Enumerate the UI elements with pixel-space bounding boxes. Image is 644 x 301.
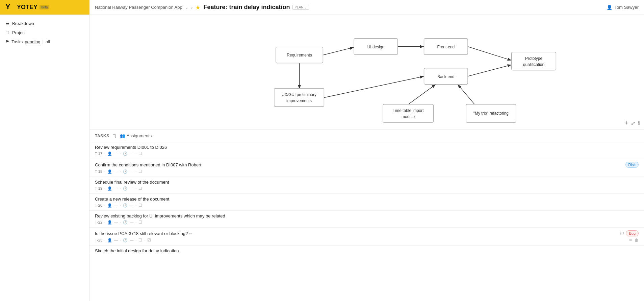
task-t20-id: T-20	[95, 203, 102, 207]
svg-text:Y: Y	[5, 2, 10, 11]
task-row-t19[interactable]: Schedule final review of the document T-…	[89, 177, 644, 194]
task-t23-edit-button[interactable]: ✏	[629, 238, 633, 242]
arrow-mytrip-backend	[458, 84, 474, 104]
task-t23-name: Is the issue PCA-3718 still relevant or …	[95, 231, 192, 236]
diagram-controls: + ⤢ ℹ	[624, 120, 640, 127]
tasks-sort-icon[interactable]: ⇅	[113, 133, 117, 138]
task-t17-checkbox-icon[interactable]: ☐	[138, 151, 142, 156]
info-button[interactable]: ℹ	[638, 120, 640, 126]
task-t20-clock-icon: 🕐	[123, 203, 128, 208]
task-t23-tag-icon: 🏷	[620, 231, 624, 236]
sidebar-item-project[interactable]: ☐ Project	[0, 28, 89, 37]
task-t23-clock-icon: 🕐	[123, 238, 128, 242]
task-t17-clock-icon: 🕐	[123, 152, 128, 156]
task-t18-name: Confirm the conditions mentioned in DI00…	[95, 162, 201, 167]
sidebar: ☰ Breakdown ☐ Project ⚑ Tasks pending | …	[0, 15, 89, 301]
tasks-pending-link[interactable]: pending	[25, 39, 40, 44]
task-t19-name: Schedule final review of the document	[95, 180, 169, 185]
user-name: Tom Sawyer	[614, 5, 639, 10]
node-ux-label2: improvements	[286, 98, 312, 103]
task-t18-clock-icon: 🕐	[123, 169, 128, 174]
project-icon: ☐	[5, 30, 9, 35]
task-t18-assignee-icon: 👤	[107, 169, 112, 174]
tasks-section: TASKS ⇅ 👥 Assignments Review requirement…	[89, 130, 644, 301]
diagram-area: Requirements UX/GUI preliminary improvem…	[89, 15, 644, 130]
task-t20-name: Create a new release of the document	[95, 196, 169, 202]
arrow-frontend-prototype	[468, 47, 512, 61]
task-row-t24[interactable]: Sketch the initial design for delay indi…	[89, 246, 644, 254]
node-prototype-label1: Prototype	[525, 56, 543, 61]
task-row-t17[interactable]: Review requirements DI001 to DI026 T-17 …	[89, 142, 644, 159]
sidebar-item-breakdown[interactable]: ☰ Breakdown	[0, 19, 89, 28]
tasks-section-title: TASKS	[95, 134, 109, 138]
user-icon: 👤	[607, 5, 612, 10]
task-t22-checkbox-icon[interactable]: ☐	[138, 220, 142, 225]
plan-label: PLAN	[294, 5, 303, 9]
feature-title: Feature: train delay indication	[203, 4, 290, 11]
task-t18-id: T-18	[95, 169, 102, 173]
task-row-t20[interactable]: Create a new release of the document T-2…	[89, 194, 644, 211]
app-header: Y YOTEY beta National Railway Passenger …	[0, 0, 644, 15]
tasks-divider: |	[43, 39, 44, 44]
task-t23-checkbox-icon[interactable]: ☐	[138, 238, 142, 242]
task-t20-assignee-icon: 👤	[107, 203, 112, 208]
node-backend-label: Back-end	[437, 74, 455, 79]
node-frontend-label: Front-end	[437, 45, 455, 49]
plan-chevron-icon: ⌄	[304, 5, 307, 9]
content-area: Requirements UX/GUI preliminary improvem…	[89, 15, 644, 301]
beta-badge: beta	[40, 5, 49, 9]
sidebar-project-label: Project	[12, 30, 26, 35]
node-timetable-label1: Time table import	[393, 108, 424, 113]
node-uidesign-label: UI design	[367, 45, 385, 49]
task-t23-check-icon[interactable]: ☑	[147, 238, 151, 242]
task-t17-assignee-icon: 👤	[107, 152, 112, 156]
breadcrumb-project[interactable]: National Railway Passenger Companion App	[95, 5, 182, 10]
add-node-button[interactable]: +	[624, 120, 628, 127]
breadcrumb-dropdown-icon[interactable]: ⌄	[185, 5, 188, 10]
task-row-t22[interactable]: Review existing backlog for UI improveme…	[89, 211, 644, 228]
logo-icon: Y	[5, 2, 18, 13]
task-row-t18[interactable]: Confirm the conditions mentioned in DI00…	[89, 159, 644, 177]
logo-area: Y YOTEY beta	[0, 0, 89, 15]
node-timetable[interactable]	[383, 104, 434, 122]
assignments-label: Assignments	[127, 133, 152, 138]
node-prototype-label2: qualification	[523, 62, 544, 67]
assignments-link[interactable]: 👥 Assignments	[120, 133, 152, 138]
task-t19-checkbox-icon[interactable]: ☐	[138, 186, 142, 191]
breadcrumb-chevron: ›	[191, 5, 193, 10]
task-t17-name: Review requirements DI001 to DI026	[95, 145, 167, 150]
breakdown-icon: ☰	[5, 21, 9, 26]
task-t23-delete-button[interactable]: 🗑	[635, 238, 639, 242]
task-t23-id: T-23	[95, 238, 102, 242]
tasks-icon: ⚑	[5, 39, 9, 44]
task-t19-clock-icon: 🕐	[123, 186, 128, 191]
assignments-icon: 👥	[120, 133, 125, 138]
main-layout: ☰ Breakdown ☐ Project ⚑ Tasks pending | …	[0, 15, 644, 301]
task-t19-assignee-icon: 👤	[107, 186, 112, 191]
arrow-req-uidesign	[323, 47, 354, 55]
node-mytrip-label: "My trip" refactoring	[473, 111, 509, 116]
node-timetable-label2: module	[402, 114, 415, 119]
task-t23-edit-pencil[interactable]: ✏	[189, 232, 192, 236]
tasks-all-link[interactable]: all	[46, 39, 50, 44]
header-nav: National Railway Passenger Companion App…	[89, 4, 601, 11]
plan-badge[interactable]: PLAN ⌄	[292, 5, 309, 10]
arrow-ux-backend	[323, 76, 424, 98]
task-t22-name: Review existing backlog for UI improveme…	[95, 213, 225, 218]
node-prototype[interactable]	[512, 52, 556, 70]
node-requirements-label: Requirements	[287, 53, 312, 57]
star-icon: ★	[195, 4, 201, 11]
node-ux-label1: UX/GUI preliminary	[282, 92, 316, 97]
tasks-header: TASKS ⇅ 👥 Assignments	[89, 130, 644, 142]
user-area: 👤 Tom Sawyer	[601, 5, 644, 10]
logo-text: YOTEY	[17, 4, 37, 11]
task-t24-name: Sketch the initial design for delay indi…	[95, 248, 179, 253]
task-row-t23[interactable]: Is the issue PCA-3718 still relevant or …	[89, 228, 644, 246]
expand-button[interactable]: ⤢	[631, 120, 635, 126]
node-ux[interactable]	[274, 88, 324, 107]
task-t20-checkbox-icon[interactable]: ☐	[138, 203, 142, 208]
tasks-label: Tasks	[11, 39, 23, 44]
task-t18-checkbox-icon[interactable]: ☐	[138, 169, 142, 174]
task-t22-assignee-icon: 👤	[107, 220, 112, 225]
logo-svg: Y	[5, 2, 18, 11]
